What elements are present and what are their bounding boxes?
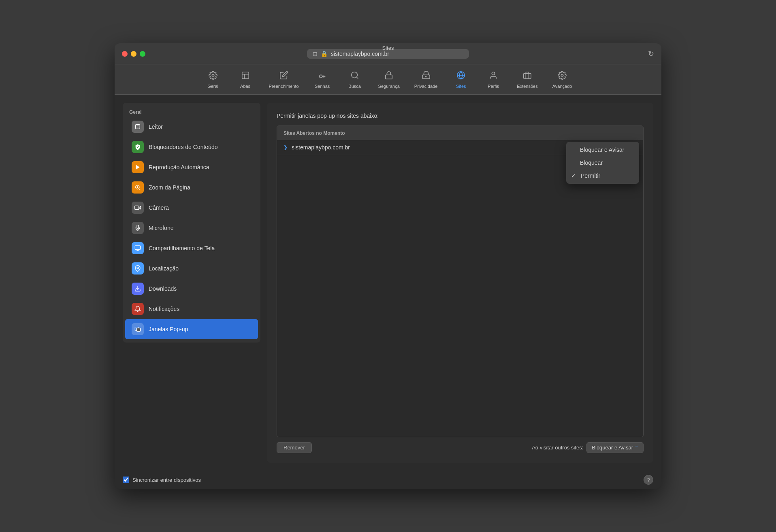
extensoes-toolbar-icon <box>523 71 532 82</box>
table-header-text: Sites Abertos no Momento <box>284 130 345 136</box>
sidebar-item-leitor[interactable]: Leitor <box>125 117 258 137</box>
zoom-button[interactable] <box>140 51 145 57</box>
sidebar-label-notificacoes: Notificações <box>149 306 179 312</box>
abas-toolbar-icon <box>241 71 250 82</box>
chevron-down-icon: ⌃ <box>635 445 638 450</box>
svg-rect-17 <box>135 206 139 209</box>
sidebar-icon-compartilhamento <box>132 242 144 254</box>
sidebar-label-bloqueadores: Bloqueadores de Conteúdo <box>149 144 217 150</box>
sidebar-label-zoom: Zoom da Página <box>149 184 190 191</box>
minimize-button[interactable] <box>131 51 136 57</box>
geral-toolbar-label: Geral <box>207 84 218 89</box>
sync-label: Sincronizar entre dispositivos <box>132 477 201 483</box>
url-bar[interactable]: ⊟ 🔒 sistemaplaybpo.com.br <box>307 49 469 59</box>
toolbar-item-abas[interactable]: Abas <box>229 68 262 91</box>
sidebar: Geral LeitorBloqueadores de ConteúdoRepr… <box>123 103 260 343</box>
svg-marker-15 <box>136 165 139 170</box>
senhas-toolbar-icon <box>318 71 327 82</box>
svg-rect-1 <box>242 72 249 79</box>
sidebar-section-label: Geral <box>123 106 260 117</box>
sidebar-icon-reproducao <box>132 161 144 173</box>
sidebar-label-compartilhamento: Compartilhamento de Tela <box>149 245 215 251</box>
lock-icon: 🔒 <box>321 51 328 57</box>
sync-checkbox[interactable] <box>123 477 129 483</box>
popup-dropdown: Bloquear e AvisarBloquearPermitir <box>566 142 639 184</box>
toolbar-item-sites[interactable]: Sites <box>445 68 477 91</box>
svg-rect-4 <box>386 75 392 79</box>
site-name: sistemaplaybpo.com.br <box>292 144 350 151</box>
seguranca-toolbar-label: Segurança <box>378 84 400 89</box>
select-button[interactable]: Bloquear e Avisar ⌃ <box>586 442 644 453</box>
close-button[interactable] <box>122 51 128 57</box>
privacidade-toolbar-label: Privacidade <box>414 84 437 89</box>
preenchimento-toolbar-icon <box>279 71 288 82</box>
avancado-toolbar-icon <box>558 71 567 82</box>
main-content: Geral LeitorBloqueadores de ConteúdoRepr… <box>115 95 661 471</box>
toolbar-item-avancado[interactable]: Avançado <box>545 68 580 91</box>
top-section: ⊟ 🔒 sistemaplaybpo.com.br ↻ Sites GeralA… <box>115 43 661 95</box>
svg-point-3 <box>351 72 357 78</box>
sidebar-label-janelas: Janelas Pop-up <box>149 326 188 332</box>
sites-toolbar-label: Sites <box>456 84 466 89</box>
sidebar-item-downloads[interactable]: Downloads <box>125 279 258 299</box>
sidebar-label-reproducao: Reprodução Automática <box>149 164 209 170</box>
sidebar-item-localizacao[interactable]: Localização <box>125 258 258 279</box>
sidebar-item-janelas[interactable]: Janelas Pop-up <box>125 319 258 339</box>
sidebar-icon-microfone <box>132 222 144 234</box>
sidebar-item-compartilhamento[interactable]: Compartilhamento de Tela <box>125 238 258 258</box>
extensoes-toolbar-label: Extensões <box>517 84 537 89</box>
sidebar-label-downloads: Downloads <box>149 285 177 292</box>
right-panel: Permitir janelas pop-up nos sites abaixo… <box>267 103 653 463</box>
senhas-toolbar-label: Senhas <box>315 84 330 89</box>
settings-window: ⊟ 🔒 sistemaplaybpo.com.br ↻ Sites GeralA… <box>115 43 661 489</box>
dropdown-item-permitir[interactable]: Permitir <box>566 169 639 182</box>
sidebar-icon-bloqueadores <box>132 141 144 153</box>
svg-rect-20 <box>135 246 140 249</box>
reload-button[interactable]: ↻ <box>648 49 654 58</box>
preenchimento-toolbar-label: Preenchimento <box>269 84 299 89</box>
sidebar-item-bloqueadores[interactable]: Bloqueadores de Conteúdo <box>125 137 258 157</box>
sites-table-body: ❯ sistemaplaybpo.com.br Bloquear e Avisa… <box>277 140 643 437</box>
toolbar-item-busca[interactable]: Busca <box>339 68 371 91</box>
geral-toolbar-icon <box>209 71 217 82</box>
help-button[interactable]: ? <box>644 475 653 485</box>
toolbar-item-seguranca[interactable]: Segurança <box>371 68 407 91</box>
toolbar-item-extensoes[interactable]: Extensões <box>510 68 545 91</box>
sidebar-label-camera: Câmera <box>149 204 169 211</box>
svg-rect-5 <box>422 75 429 79</box>
privacidade-toolbar-icon <box>422 71 431 82</box>
svg-point-21 <box>137 267 139 269</box>
sidebar-icon-leitor <box>132 121 144 133</box>
sidebar-item-notificacoes[interactable]: Notificações <box>125 299 258 319</box>
toolbar-item-privacidade[interactable]: Privacidade <box>407 68 445 91</box>
visit-others-label: Ao visitar outros sites: <box>532 445 583 451</box>
visit-others-section: Ao visitar outros sites: Bloquear e Avis… <box>532 442 644 453</box>
remove-button[interactable]: Remover <box>277 442 312 453</box>
sidebar-label-leitor: Leitor <box>149 123 163 130</box>
sidebar-item-microfone[interactable]: Microfone <box>125 218 258 238</box>
svg-point-10 <box>561 74 563 77</box>
sidebar-icon-camera <box>132 202 144 214</box>
select-value: Bloquear e Avisar <box>592 445 633 451</box>
sidebar-item-reproducao[interactable]: Reprodução Automática <box>125 157 258 177</box>
sidebar-icon-notificacoes <box>132 303 144 315</box>
seguranca-toolbar-icon <box>384 71 393 82</box>
svg-point-2 <box>319 75 322 78</box>
abas-toolbar-label: Abas <box>240 84 250 89</box>
dropdown-item-bloquear[interactable]: Bloquear <box>566 156 639 169</box>
dropdown-item-bloquear-avisar[interactable]: Bloquear e Avisar <box>566 143 639 156</box>
sidebar-item-zoom[interactable]: Zoom da Página <box>125 177 258 198</box>
sidebar-label-localizacao: Localização <box>149 265 179 272</box>
sidebar-item-camera[interactable]: Câmera <box>125 198 258 218</box>
toolbar-item-perfis[interactable]: Perfis <box>477 68 510 91</box>
toolbar-item-preenchimento[interactable]: Preenchimento <box>262 68 306 91</box>
perfis-toolbar-icon <box>489 71 498 82</box>
sidebar-icon-janelas <box>132 323 144 335</box>
toolbar-item-geral[interactable]: Geral <box>197 68 229 91</box>
footer: Sincronizar entre dispositivos ? <box>115 471 661 489</box>
sites-toolbar-icon <box>456 71 465 82</box>
toolbar-item-senhas[interactable]: Senhas <box>306 68 339 91</box>
busca-toolbar-icon <box>350 71 359 82</box>
toolbar: GeralAbasPreenchimentoSenhasBuscaSeguran… <box>115 64 661 95</box>
sidebar-label-microfone: Microfone <box>149 225 173 231</box>
